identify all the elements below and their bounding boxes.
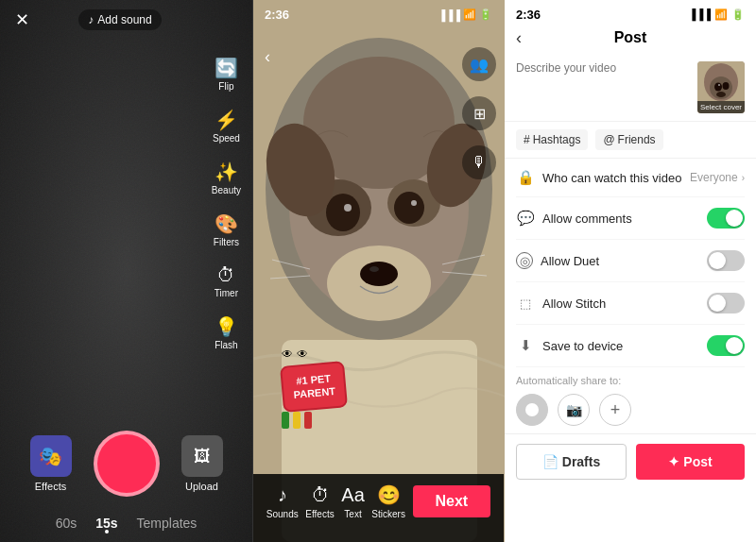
upload-button[interactable]: 🖼 Upload bbox=[181, 435, 223, 492]
instagram-share-button[interactable]: 📷 bbox=[558, 394, 590, 426]
post-button[interactable]: ✦ Post bbox=[636, 444, 745, 480]
svg-point-11 bbox=[360, 262, 398, 286]
filters-label: Filters bbox=[214, 237, 239, 247]
auto-share-label: Automatically share to: bbox=[516, 375, 745, 386]
post-tags: # Hashtags @ Friends bbox=[505, 122, 756, 159]
flash-icon: 💡 bbox=[215, 315, 238, 338]
camera-right-controls: 🔄 Flip ⚡ Speed ✨ Beauty 🎨 Filters ⏱ Time… bbox=[212, 57, 241, 350]
stickers-button[interactable]: 😊 Stickers bbox=[371, 483, 405, 519]
toggle-share-circle[interactable] bbox=[516, 394, 548, 426]
comment-icon: 💬 bbox=[516, 210, 535, 227]
filters-icon: 🎨 bbox=[215, 212, 238, 235]
preview-bottom-controls: ♪ Sounds ⏱ Effects Aa Text 😊 Stickers Ne… bbox=[253, 483, 504, 527]
who-can-watch-row[interactable]: 🔒 Who can watch this video Everyone › bbox=[516, 159, 745, 197]
toggle-knob bbox=[726, 337, 743, 354]
next-button[interactable]: Next bbox=[413, 485, 491, 517]
add-sound-button[interactable]: ♪ Add sound bbox=[78, 9, 161, 30]
timer-icon: ⏱ bbox=[216, 264, 235, 286]
svg-point-12 bbox=[369, 266, 379, 272]
setting-left: 🔒 Who can watch this video bbox=[516, 169, 681, 186]
allow-stitch-toggle[interactable] bbox=[707, 293, 745, 313]
people-icon-button[interactable]: 👥 bbox=[462, 47, 496, 81]
preview-panel: 2:36 ▐▐▐ 📶 🔋 ‹ 👥 ⊞ 🎙 👁 👁 #1 PET PARENT bbox=[252, 0, 505, 542]
flip-icon: 🔄 bbox=[215, 57, 238, 79]
preview-back-button[interactable]: ‹ bbox=[265, 47, 270, 67]
post-description-input[interactable] bbox=[516, 61, 690, 99]
svg-point-7 bbox=[326, 194, 360, 231]
allow-comments-toggle[interactable] bbox=[707, 208, 745, 229]
tab-60s[interactable]: 60s bbox=[56, 516, 77, 531]
friends-button[interactable]: @ Friends bbox=[595, 129, 662, 150]
text-label: Text bbox=[344, 509, 361, 519]
ribbon-green bbox=[282, 412, 289, 429]
stickers-label: Stickers bbox=[371, 509, 405, 519]
post-description-area: Select cover bbox=[505, 54, 756, 122]
setting-left: ⬚ Allow Stitch bbox=[516, 296, 606, 311]
camera-close-button[interactable]: ✕ bbox=[15, 9, 29, 30]
record-button[interactable] bbox=[94, 431, 160, 497]
add-share-button[interactable]: + bbox=[599, 394, 631, 426]
beauty-icon: ✨ bbox=[215, 161, 238, 183]
filters-control[interactable]: 🎨 Filters bbox=[214, 212, 239, 247]
text-button[interactable]: Aa Text bbox=[341, 484, 364, 519]
sounds-label: Sounds bbox=[266, 509, 299, 519]
sticker-decorations bbox=[282, 412, 346, 429]
setting-left: ◎ Allow Duet bbox=[516, 252, 599, 269]
who-can-watch-label: Who can watch this video bbox=[542, 171, 681, 185]
sticker-overlay: 👁 👁 #1 PET PARENT bbox=[282, 347, 346, 429]
adjust-icon: ⊞ bbox=[473, 105, 486, 123]
effects-button[interactable]: ⏱ Effects bbox=[305, 484, 334, 519]
toggle-knob bbox=[726, 210, 743, 227]
post-panel: 2:36 ▐▐▐ 📶 🔋 ‹ Post Select cover bbox=[505, 0, 756, 542]
timer-control[interactable]: ⏱ Timer bbox=[215, 264, 238, 298]
speed-control[interactable]: ⚡ Speed bbox=[213, 109, 240, 144]
save-to-device-toggle[interactable] bbox=[707, 335, 745, 356]
heart-sticker: #1 PET PARENT bbox=[280, 362, 348, 413]
preview-status-icons: ▐▐▐ 📶 🔋 bbox=[438, 8, 492, 22]
tab-15s[interactable]: 15s bbox=[95, 516, 117, 531]
timer-label: Timer bbox=[215, 288, 238, 298]
svg-point-26 bbox=[716, 92, 726, 97]
allow-duet-toggle[interactable] bbox=[707, 250, 745, 271]
post-cover-thumbnail[interactable]: Select cover bbox=[697, 61, 745, 113]
effects-label: Effects bbox=[305, 509, 334, 519]
allow-comments-label: Allow comments bbox=[542, 212, 632, 226]
post-time: 2:36 bbox=[516, 8, 541, 22]
flash-control[interactable]: 💡 Flash bbox=[215, 315, 238, 350]
upload-icon: 🖼 bbox=[181, 435, 223, 477]
allow-duet-label: Allow Duet bbox=[541, 254, 599, 268]
plus-icon: + bbox=[610, 400, 621, 420]
who-can-watch-value: Everyone bbox=[690, 171, 738, 184]
setting-left: ⬇ Save to device bbox=[516, 337, 623, 354]
speed-icon: ⚡ bbox=[215, 109, 238, 131]
beauty-control[interactable]: ✨ Beauty bbox=[212, 161, 241, 195]
tab-templates[interactable]: Templates bbox=[137, 516, 198, 531]
save-to-device-label: Save to device bbox=[542, 339, 623, 353]
people-icon: 👥 bbox=[470, 56, 489, 74]
add-sound-label: Add sound bbox=[97, 13, 151, 26]
drafts-button[interactable]: 📄 Drafts bbox=[516, 444, 627, 480]
wifi-icon: 📶 bbox=[463, 8, 476, 21]
flip-control[interactable]: 🔄 Flip bbox=[215, 57, 238, 92]
drafts-icon: 📄 bbox=[542, 454, 558, 469]
text-icon: Aa bbox=[341, 484, 364, 506]
select-cover-label[interactable]: Select cover bbox=[697, 101, 745, 113]
effects-button[interactable]: 🎭 Effects bbox=[30, 435, 72, 492]
ribbon-red bbox=[304, 412, 312, 429]
post-title: Post bbox=[614, 29, 647, 46]
adjust-icon-button[interactable]: ⊞ bbox=[462, 96, 496, 130]
camera-bottom-controls: 🎭 Effects 🖼 Upload bbox=[0, 423, 252, 516]
svg-point-23 bbox=[714, 83, 722, 92]
effects-label: Effects bbox=[35, 481, 66, 492]
wifi-icon: 📶 bbox=[714, 8, 728, 21]
voice-icon-button[interactable]: 🎙 bbox=[462, 145, 496, 179]
hashtags-button[interactable]: # Hashtags bbox=[516, 129, 588, 150]
post-back-button[interactable]: ‹ bbox=[516, 28, 522, 48]
post-label: Post bbox=[683, 454, 712, 469]
at-icon: @ bbox=[603, 133, 614, 146]
effects-icon: 🎭 bbox=[30, 435, 72, 477]
camera-bottom-area: 🎭 Effects 🖼 Upload 60s 15s Templates bbox=[0, 423, 252, 542]
hashtag-icon: # bbox=[524, 133, 530, 146]
post-header: ‹ Post bbox=[505, 25, 756, 54]
sounds-button[interactable]: ♪ Sounds bbox=[266, 484, 299, 519]
